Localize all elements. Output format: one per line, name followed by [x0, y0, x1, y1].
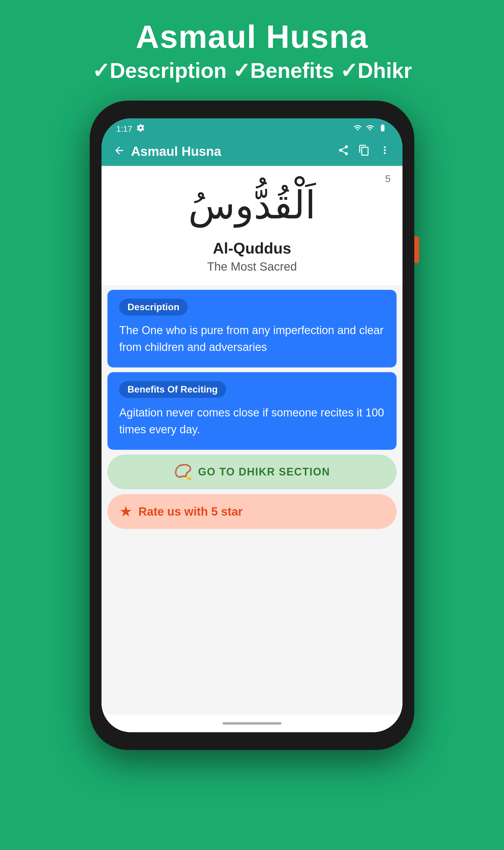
- dhikr-label: GO TO DHIKR SECTION: [198, 466, 330, 478]
- copy-button[interactable]: [358, 144, 370, 159]
- page-subtitle: ✓Description ✓Benefits ✓Dhikr: [92, 58, 412, 83]
- description-badge: Description: [119, 299, 188, 315]
- time-display: 1:17: [116, 124, 132, 134]
- arabic-text: اَلْقُدُّوسُ: [119, 181, 385, 231]
- back-button[interactable]: [113, 143, 125, 160]
- rate-button[interactable]: ★ Rate us with 5 star: [107, 494, 397, 529]
- status-bar: 1:17: [102, 119, 402, 137]
- battery-icon: [378, 124, 388, 134]
- rate-label: Rate us with 5 star: [138, 505, 242, 518]
- description-card: Description The One who is pure from any…: [107, 290, 397, 367]
- app-bar-actions: [338, 144, 391, 159]
- gear-icon: [137, 124, 145, 134]
- phone-screen: 1:17: [102, 119, 402, 732]
- name-number: 5: [385, 173, 391, 184]
- page-header: Asmaul Husna ✓Description ✓Benefits ✓Dhi…: [80, 0, 424, 95]
- prayer-beads-icon: 📿: [174, 463, 192, 481]
- app-bar: Asmaul Husna: [102, 137, 402, 166]
- benefits-badge: Benefits Of Reciting: [119, 381, 226, 398]
- wifi-icon: [353, 124, 362, 134]
- benefits-text: Agitation never comes close if someone r…: [119, 404, 385, 438]
- app-bar-title: Asmaul Husna: [131, 144, 338, 159]
- share-button[interactable]: [338, 144, 349, 159]
- name-latin: Al-Quddus: [119, 239, 385, 257]
- bottom-home-indicator: [222, 722, 282, 725]
- screen-content: 5 اَلْقُدُّوسُ Al-Quddus The Most Sacred…: [102, 166, 402, 715]
- more-menu-button[interactable]: [379, 144, 391, 159]
- description-text: The One who is pure from any imperfectio…: [119, 322, 385, 356]
- page-title: Asmaul Husna: [92, 18, 412, 55]
- name-meaning: The Most Sacred: [119, 260, 385, 273]
- arabic-name-card: 5 اَلْقُدُّوسُ Al-Quddus The Most Sacred: [102, 166, 402, 285]
- phone-mockup: 1:17: [90, 101, 414, 750]
- status-left: 1:17: [116, 124, 145, 134]
- signal-icon: [366, 124, 374, 134]
- star-icon: ★: [119, 503, 132, 520]
- status-right: [353, 124, 388, 134]
- dhikr-button[interactable]: 📿 GO TO DHIKR SECTION: [107, 454, 397, 489]
- benefits-card: Benefits Of Reciting Agitation never com…: [107, 372, 397, 450]
- bottom-navigation-bar: [102, 715, 402, 732]
